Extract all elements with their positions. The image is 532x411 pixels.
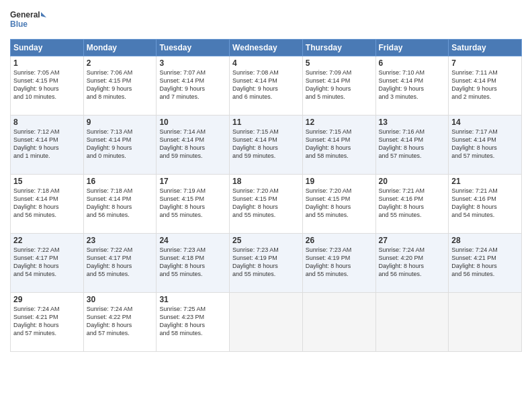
day-info: Sunrise: 7:16 AMSunset: 4:14 PMDaylight:… (379, 128, 446, 161)
day-cell: 17Sunrise: 7:19 AMSunset: 4:15 PMDayligh… (157, 175, 230, 234)
day-cell: 18Sunrise: 7:20 AMSunset: 4:15 PMDayligh… (230, 175, 303, 234)
day-cell: 24Sunrise: 7:23 AMSunset: 4:18 PMDayligh… (157, 234, 230, 293)
week-row-4: 22Sunrise: 7:22 AMSunset: 4:17 PMDayligh… (11, 234, 522, 293)
header-row: SundayMondayTuesdayWednesdayThursdayFrid… (11, 40, 522, 56)
week-row-3: 15Sunrise: 7:18 AMSunset: 4:14 PMDayligh… (11, 175, 522, 234)
day-cell: 29Sunrise: 7:24 AMSunset: 4:21 PMDayligh… (11, 293, 84, 352)
day-number: 15 (13, 177, 81, 186)
col-header-sunday: Sunday (11, 40, 84, 56)
svg-text:Blue: Blue (10, 19, 28, 29)
day-number: 11 (232, 118, 300, 127)
day-cell: 22Sunrise: 7:22 AMSunset: 4:17 PMDayligh… (11, 234, 84, 293)
day-number: 1 (13, 58, 81, 68)
day-number: 9 (87, 118, 154, 127)
col-header-friday: Friday (375, 40, 449, 56)
day-number: 27 (379, 236, 446, 245)
day-info: Sunrise: 7:23 AMSunset: 4:19 PMDaylight:… (306, 246, 373, 279)
day-cell: 5Sunrise: 7:09 AMSunset: 4:14 PMDaylight… (302, 56, 375, 116)
day-info: Sunrise: 7:21 AMSunset: 4:16 PMDaylight:… (451, 187, 519, 220)
svg-text:General: General (10, 10, 40, 19)
day-cell: 2Sunrise: 7:06 AMSunset: 4:15 PMDaylight… (83, 56, 157, 116)
day-info: Sunrise: 7:21 AMSunset: 4:16 PMDaylight:… (379, 187, 446, 220)
day-info: Sunrise: 7:05 AMSunset: 4:15 PMDaylight:… (13, 68, 81, 101)
day-cell: 6Sunrise: 7:10 AMSunset: 4:14 PMDaylight… (375, 56, 449, 116)
day-number: 25 (232, 236, 300, 245)
day-number: 13 (379, 118, 446, 127)
day-cell: 23Sunrise: 7:22 AMSunset: 4:17 PMDayligh… (83, 234, 157, 293)
day-cell: 31Sunrise: 7:25 AMSunset: 4:23 PMDayligh… (157, 293, 230, 352)
day-cell (230, 293, 303, 352)
day-info: Sunrise: 7:23 AMSunset: 4:19 PMDaylight:… (232, 246, 300, 279)
day-number: 30 (87, 295, 154, 304)
day-cell: 16Sunrise: 7:18 AMSunset: 4:14 PMDayligh… (83, 175, 157, 234)
week-row-5: 29Sunrise: 7:24 AMSunset: 4:21 PMDayligh… (11, 293, 522, 352)
day-info: Sunrise: 7:17 AMSunset: 4:14 PMDaylight:… (451, 128, 519, 161)
day-number: 3 (159, 58, 226, 68)
day-info: Sunrise: 7:25 AMSunset: 4:23 PMDaylight:… (159, 305, 226, 338)
day-cell: 11Sunrise: 7:15 AMSunset: 4:14 PMDayligh… (230, 116, 303, 175)
day-number: 16 (87, 177, 154, 186)
day-cell: 28Sunrise: 7:24 AMSunset: 4:21 PMDayligh… (449, 234, 522, 293)
day-number: 17 (159, 177, 226, 186)
day-cell: 27Sunrise: 7:24 AMSunset: 4:20 PMDayligh… (375, 234, 449, 293)
day-cell: 14Sunrise: 7:17 AMSunset: 4:14 PMDayligh… (449, 116, 522, 175)
day-info: Sunrise: 7:13 AMSunset: 4:14 PMDaylight:… (87, 128, 154, 161)
day-number: 5 (306, 58, 373, 68)
day-info: Sunrise: 7:10 AMSunset: 4:14 PMDaylight:… (379, 68, 446, 101)
day-cell: 8Sunrise: 7:12 AMSunset: 4:14 PMDaylight… (11, 116, 84, 175)
day-cell (375, 293, 449, 352)
day-cell (449, 293, 522, 352)
page: General Blue SundayMondayTuesdayWednesda… (0, 0, 532, 411)
col-header-monday: Monday (83, 40, 157, 56)
day-cell: 25Sunrise: 7:23 AMSunset: 4:19 PMDayligh… (230, 234, 303, 293)
day-cell: 21Sunrise: 7:21 AMSunset: 4:16 PMDayligh… (449, 175, 522, 234)
day-number: 21 (451, 177, 519, 186)
day-number: 12 (306, 118, 373, 127)
day-number: 23 (87, 236, 154, 245)
week-row-2: 8Sunrise: 7:12 AMSunset: 4:14 PMDaylight… (11, 116, 522, 175)
day-info: Sunrise: 7:24 AMSunset: 4:20 PMDaylight:… (379, 246, 446, 279)
day-number: 20 (379, 177, 446, 186)
day-number: 14 (451, 118, 519, 127)
day-info: Sunrise: 7:15 AMSunset: 4:14 PMDaylight:… (306, 128, 373, 161)
day-number: 29 (13, 295, 81, 304)
day-info: Sunrise: 7:11 AMSunset: 4:14 PMDaylight:… (451, 68, 519, 101)
day-cell: 9Sunrise: 7:13 AMSunset: 4:14 PMDaylight… (83, 116, 157, 175)
day-info: Sunrise: 7:07 AMSunset: 4:14 PMDaylight:… (159, 68, 226, 101)
day-info: Sunrise: 7:20 AMSunset: 4:15 PMDaylight:… (232, 187, 300, 220)
header: General Blue (10, 7, 522, 34)
day-cell: 12Sunrise: 7:15 AMSunset: 4:14 PMDayligh… (302, 116, 375, 175)
day-number: 8 (13, 118, 81, 127)
day-cell: 15Sunrise: 7:18 AMSunset: 4:14 PMDayligh… (11, 175, 84, 234)
day-cell: 7Sunrise: 7:11 AMSunset: 4:14 PMDaylight… (449, 56, 522, 116)
day-cell: 26Sunrise: 7:23 AMSunset: 4:19 PMDayligh… (302, 234, 375, 293)
col-header-tuesday: Tuesday (157, 40, 230, 56)
day-number: 31 (159, 295, 226, 304)
day-cell: 30Sunrise: 7:24 AMSunset: 4:22 PMDayligh… (83, 293, 157, 352)
day-cell: 3Sunrise: 7:07 AMSunset: 4:14 PMDaylight… (157, 56, 230, 116)
col-header-saturday: Saturday (449, 40, 522, 56)
day-info: Sunrise: 7:24 AMSunset: 4:21 PMDaylight:… (451, 246, 519, 279)
day-info: Sunrise: 7:12 AMSunset: 4:14 PMDaylight:… (13, 128, 81, 161)
day-info: Sunrise: 7:09 AMSunset: 4:14 PMDaylight:… (306, 68, 373, 101)
day-cell: 10Sunrise: 7:14 AMSunset: 4:14 PMDayligh… (157, 116, 230, 175)
day-number: 10 (159, 118, 226, 127)
calendar-table: SundayMondayTuesdayWednesdayThursdayFrid… (10, 39, 522, 352)
day-number: 18 (232, 177, 300, 186)
day-number: 24 (159, 236, 226, 245)
day-cell: 1Sunrise: 7:05 AMSunset: 4:15 PMDaylight… (11, 56, 84, 116)
day-number: 4 (232, 58, 300, 68)
day-info: Sunrise: 7:18 AMSunset: 4:14 PMDaylight:… (13, 187, 81, 220)
day-info: Sunrise: 7:08 AMSunset: 4:14 PMDaylight:… (232, 68, 300, 101)
day-number: 19 (306, 177, 373, 186)
day-info: Sunrise: 7:24 AMSunset: 4:21 PMDaylight:… (13, 305, 81, 338)
day-number: 2 (87, 58, 154, 68)
day-info: Sunrise: 7:18 AMSunset: 4:14 PMDaylight:… (87, 187, 154, 220)
day-cell: 19Sunrise: 7:20 AMSunset: 4:15 PMDayligh… (302, 175, 375, 234)
day-info: Sunrise: 7:15 AMSunset: 4:14 PMDaylight:… (232, 128, 300, 161)
svg-marker-2 (41, 12, 46, 17)
day-info: Sunrise: 7:06 AMSunset: 4:15 PMDaylight:… (87, 68, 154, 101)
day-number: 7 (451, 58, 519, 68)
day-cell (302, 293, 375, 352)
day-cell: 4Sunrise: 7:08 AMSunset: 4:14 PMDaylight… (230, 56, 303, 116)
